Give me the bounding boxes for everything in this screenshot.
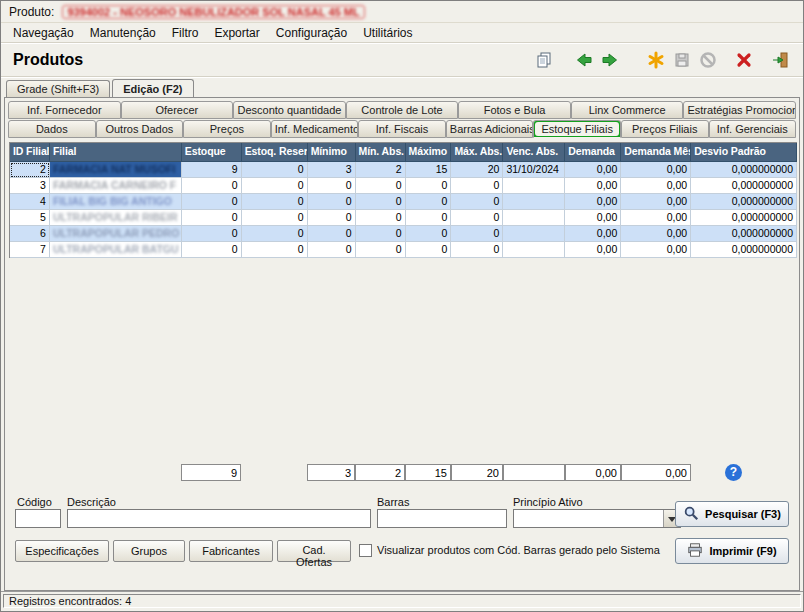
column-header[interactable]: Demanda [565, 143, 621, 162]
cell[interactable]: 0 [182, 226, 242, 242]
cell[interactable]: 0,00 [565, 242, 621, 258]
cell[interactable]: 0 [356, 242, 406, 258]
tab-estrategias-promocionais[interactable]: Estratégias Promocionais [683, 101, 796, 119]
cell[interactable]: 0,00 [565, 210, 621, 226]
column-header[interactable]: Filial [50, 143, 182, 162]
cell[interactable]: 0 [242, 210, 308, 226]
cell[interactable]: 0,000000000 [691, 194, 797, 210]
column-header[interactable]: Máx. Abs. [451, 143, 503, 162]
barras-sistema-checkbox[interactable] [359, 544, 372, 557]
cell[interactable]: 15 [406, 162, 452, 178]
cell[interactable]: 0 [308, 242, 356, 258]
cell[interactable] [503, 178, 565, 194]
column-header[interactable]: Mín. Abs. [356, 143, 406, 162]
cell[interactable]: 0,00 [621, 226, 691, 242]
cell[interactable]: 0 [182, 194, 242, 210]
tab-desconto-quantidade[interactable]: Desconto quantidade [233, 101, 346, 119]
cell[interactable]: 0 [242, 242, 308, 258]
cell[interactable]: 0,000000000 [691, 210, 797, 226]
pesquisar-button[interactable]: Pesquisar (F3) [675, 501, 789, 527]
cell[interactable]: 0 [308, 210, 356, 226]
descricao-input[interactable] [67, 509, 371, 528]
cell[interactable]: 2 [356, 162, 406, 178]
cell[interactable]: 0,00 [621, 162, 691, 178]
barras-input[interactable] [377, 509, 507, 528]
cell[interactable]: 0,00 [565, 226, 621, 242]
cell[interactable]: 0 [182, 242, 242, 258]
tab-inf-fiscais[interactable]: Inf. Fiscais [358, 120, 446, 138]
cell[interactable]: ULTRAPOPULAR BATGU [50, 242, 182, 258]
help-icon[interactable]: ? [725, 464, 742, 481]
cell[interactable] [503, 242, 565, 258]
column-header[interactable]: Mínimo [308, 143, 356, 162]
tab-outros-dados[interactable]: Outros Dados [96, 120, 184, 138]
cell[interactable] [503, 194, 565, 210]
tab-dados[interactable]: Dados [8, 120, 96, 138]
cell[interactable]: 0 [308, 226, 356, 242]
table-row[interactable]: 3FARMACIA CARNEIRO F0000000,000,000,0000… [10, 178, 797, 194]
tab-oferecer[interactable]: Oferecer [121, 101, 234, 119]
column-header[interactable]: Máximo [406, 143, 452, 162]
tab-inf-medicamento[interactable]: Inf. Medicamento [271, 120, 359, 138]
cell[interactable]: FARMACIA CARNEIRO F [50, 178, 182, 194]
cell[interactable]: 0 [242, 226, 308, 242]
cell[interactable]: 0,000000000 [691, 162, 797, 178]
grupos-button[interactable]: Grupos [113, 540, 185, 562]
table-row[interactable]: 2FARMACIA NAT MUSOFI9032152031/10/20240,… [10, 162, 797, 178]
nav-forward-icon[interactable] [597, 48, 623, 72]
new-record-icon[interactable] [643, 48, 669, 72]
cell[interactable]: FARMACIA NAT MUSOFI [50, 162, 182, 178]
cell[interactable]: 3 [10, 178, 50, 194]
cell[interactable]: 0,00 [565, 194, 621, 210]
cell[interactable]: 0 [308, 178, 356, 194]
menu-filtro[interactable]: Filtro [164, 25, 207, 41]
table-row[interactable]: 7ULTRAPOPULAR BATGU0000000,000,000,00000… [10, 242, 797, 258]
tab-precos[interactable]: Preços [183, 120, 271, 138]
tab-estoque-filiais[interactable]: Estoque Filiais [533, 120, 621, 138]
cad-ofertas-button[interactable]: Cad. Ofertas [277, 540, 351, 562]
menu-manutencao[interactable]: Manutenção [82, 25, 164, 41]
column-header[interactable]: Desvio Padrão [691, 143, 797, 162]
cell[interactable]: 0,00 [621, 194, 691, 210]
fabricantes-button[interactable]: Fabricantes [189, 540, 273, 562]
cell[interactable]: 31/10/2024 [503, 162, 565, 178]
cell[interactable]: 0 [356, 194, 406, 210]
menu-utilitarios[interactable]: Utilitários [355, 25, 420, 41]
column-header[interactable]: Venc. Abs. [503, 143, 565, 162]
tab-grade[interactable]: Grade (Shift+F3) [6, 80, 110, 98]
cell[interactable]: 0 [356, 210, 406, 226]
especificacoes-button[interactable]: Especificações [15, 540, 109, 562]
cell[interactable]: 0 [406, 210, 452, 226]
cell[interactable]: 0 [406, 194, 452, 210]
cell[interactable]: 0 [242, 194, 308, 210]
cell[interactable]: 0 [356, 226, 406, 242]
cell[interactable]: FILIAL BIG BIG ANTIGO [50, 194, 182, 210]
table-row[interactable]: 5ULTRAPOPULAR RIBEIR0000000,000,000,0000… [10, 210, 797, 226]
cell[interactable]: 0 [242, 178, 308, 194]
cell[interactable]: 0 [406, 178, 452, 194]
cell[interactable]: 0 [406, 226, 452, 242]
menu-navegacao[interactable]: Navegação [5, 25, 82, 41]
cell[interactable]: 7 [10, 242, 50, 258]
imprimir-button[interactable]: Imprimir (F9) [675, 538, 789, 564]
delete-icon[interactable] [731, 48, 757, 72]
tab-inf-fornecedor[interactable]: Inf. Fornecedor [8, 101, 121, 119]
tab-inf-gerenciais[interactable]: Inf. Gerenciais [709, 120, 797, 138]
cell[interactable]: 0 [451, 210, 503, 226]
cell[interactable]: 0,00 [621, 242, 691, 258]
cell[interactable] [503, 226, 565, 242]
cell[interactable]: 0,000000000 [691, 178, 797, 194]
cell[interactable]: 0 [356, 178, 406, 194]
copy-icon[interactable] [531, 48, 557, 72]
cell[interactable]: 0 [242, 162, 308, 178]
codigo-input[interactable] [15, 509, 61, 528]
cell[interactable]: 0 [406, 242, 452, 258]
cell[interactable] [503, 210, 565, 226]
cell[interactable]: 3 [308, 162, 356, 178]
cell[interactable]: 0 [182, 178, 242, 194]
column-header[interactable]: Demanda Mês [621, 143, 691, 162]
exit-icon[interactable] [767, 48, 793, 72]
cell[interactable]: 9 [182, 162, 242, 178]
cell[interactable]: 6 [10, 226, 50, 242]
tab-edicao[interactable]: Edição (F2) [112, 79, 193, 97]
